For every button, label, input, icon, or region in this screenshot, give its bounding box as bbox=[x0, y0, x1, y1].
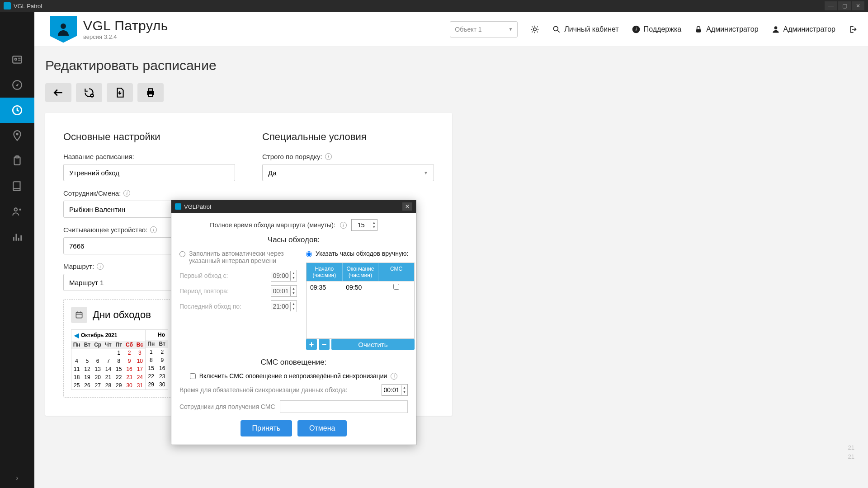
person-pin-icon bbox=[11, 206, 23, 217]
info-icon[interactable]: i bbox=[325, 153, 332, 160]
route-label: Маршрут: bbox=[63, 263, 94, 270]
radio-manual-label: Указать часы обходов вручную: bbox=[316, 250, 408, 257]
first-time-spinner: ▲▼ bbox=[271, 270, 297, 282]
back-button[interactable] bbox=[45, 83, 71, 102]
app-icon bbox=[175, 203, 181, 210]
maximize-button[interactable]: ▢ bbox=[838, 1, 851, 10]
minimize-button[interactable]: — bbox=[825, 1, 837, 10]
chevron-down-icon: ▼ bbox=[424, 170, 428, 175]
clear-button[interactable]: Очистить bbox=[331, 339, 415, 350]
sync-time-label: Время для обязательной синхронизации дан… bbox=[179, 386, 377, 394]
sidebar-item-book[interactable] bbox=[0, 174, 34, 199]
last-time-input bbox=[271, 303, 290, 310]
radio-manual[interactable]: Указать часы обходов вручную: bbox=[306, 250, 415, 257]
key-search-icon bbox=[552, 25, 561, 34]
book-icon bbox=[11, 180, 23, 192]
radio-auto[interactable]: Заполнить автоматически через указанный … bbox=[179, 250, 297, 264]
days-title: Дни обходов bbox=[93, 309, 151, 321]
last-time-spinner: ▲▼ bbox=[271, 300, 297, 312]
cancel-button[interactable]: Отмена bbox=[297, 420, 347, 436]
section-special-title: Специальные условия bbox=[262, 131, 434, 143]
remove-row-button[interactable]: − bbox=[319, 339, 330, 350]
cabinet-link[interactable]: Личный кабинет bbox=[552, 25, 618, 34]
info-icon[interactable]: i bbox=[340, 222, 347, 229]
spin-down-icon[interactable]: ▼ bbox=[371, 225, 377, 230]
clipboard-icon bbox=[11, 155, 23, 167]
info-icon[interactable]: i bbox=[97, 263, 104, 270]
printer-icon bbox=[145, 87, 156, 99]
sidebar-item-compass[interactable] bbox=[0, 72, 34, 98]
add-row-button[interactable]: + bbox=[306, 339, 317, 350]
sidebar-item-schedule[interactable] bbox=[0, 98, 34, 123]
first-label: Первый обход с: bbox=[179, 272, 228, 279]
info-icon[interactable]: i bbox=[123, 190, 130, 197]
info-icon[interactable]: i bbox=[391, 373, 397, 380]
object-selector[interactable]: Объект 1 ▼ bbox=[450, 21, 518, 38]
sidebar-item-marker[interactable] bbox=[0, 123, 34, 148]
hours-modal: VGLPatrol ✕ Полное время обхода маршрута… bbox=[171, 200, 416, 445]
calendar-month[interactable]: ◀Октябрь 2021 ПнВтСрЧтПтСбВс123456789101… bbox=[71, 329, 146, 390]
chevron-down-icon: ▼ bbox=[508, 27, 513, 32]
support-link[interactable]: i Поддержка bbox=[632, 25, 681, 34]
sidebar-item-tracking[interactable] bbox=[0, 199, 34, 224]
logout-icon bbox=[848, 25, 857, 34]
sidebar-item-clipboard[interactable] bbox=[0, 148, 34, 174]
logo: VGL Патруль версия 3.2.4 bbox=[50, 16, 168, 43]
save-button[interactable] bbox=[107, 83, 133, 102]
svg-point-10 bbox=[554, 26, 558, 31]
admin-label: Администратор bbox=[706, 25, 758, 33]
info-icon: i bbox=[632, 25, 641, 34]
sms-recipients-input[interactable] bbox=[280, 400, 408, 413]
accept-button[interactable]: Принять bbox=[241, 420, 292, 436]
arrow-left-icon bbox=[52, 87, 64, 99]
prev-month-icon[interactable]: ◀ bbox=[74, 332, 79, 339]
schedule-name-input[interactable]: Утренний обход bbox=[63, 164, 235, 181]
window-title: VGL Patrol bbox=[14, 3, 42, 9]
compass-icon bbox=[11, 79, 23, 91]
col-start: Начало (час:мин) bbox=[307, 263, 343, 281]
sms-section-title: СМС оповещение: bbox=[179, 358, 408, 367]
support-label: Поддержка bbox=[644, 25, 681, 33]
admin-link[interactable]: Администратор bbox=[694, 25, 758, 34]
total-time-input[interactable] bbox=[352, 221, 371, 229]
reset-button[interactable] bbox=[76, 83, 102, 102]
print-button[interactable] bbox=[137, 83, 164, 102]
sms-enable-checkbox[interactable]: Включить СМС оповещение о непроизведённо… bbox=[179, 372, 408, 380]
sidebar-item-card[interactable] bbox=[0, 47, 34, 72]
app-icon bbox=[4, 2, 11, 9]
close-button[interactable]: ✕ bbox=[852, 1, 864, 10]
settings-button[interactable] bbox=[530, 25, 539, 34]
spin-up-icon[interactable]: ▲ bbox=[371, 221, 377, 225]
app-header: VGL Патруль версия 3.2.4 Объект 1 ▼ Личн… bbox=[34, 12, 868, 47]
id-card-icon bbox=[11, 54, 23, 66]
sync-time-spinner[interactable]: ▲▼ bbox=[382, 384, 408, 396]
object-selector-value: Объект 1 bbox=[455, 26, 481, 33]
svg-rect-18 bbox=[149, 94, 153, 96]
svg-point-1 bbox=[15, 58, 17, 60]
info-icon[interactable]: i bbox=[150, 226, 157, 233]
total-time-spinner[interactable]: ▲▼ bbox=[351, 219, 377, 231]
logout-button[interactable] bbox=[848, 25, 857, 34]
strict-order-select[interactable]: Да▼ bbox=[262, 164, 434, 181]
cabinet-label: Личный кабинет bbox=[564, 25, 618, 33]
sms-recipients-label: Сотрудники для получения СМС bbox=[179, 403, 275, 410]
sidebar-expand[interactable]: › bbox=[0, 468, 34, 488]
first-time-input bbox=[271, 272, 290, 279]
modal-titlebar: VGLPatrol ✕ bbox=[171, 200, 416, 213]
toolbar bbox=[45, 83, 868, 102]
main-content: Редактировать расписание Основные настро… bbox=[34, 47, 868, 488]
sidebar-item-stats[interactable] bbox=[0, 224, 34, 249]
map-pin-icon bbox=[11, 130, 23, 141]
row-sms-checkbox[interactable] bbox=[393, 284, 399, 290]
col-end: Окончание (час:мин) bbox=[343, 263, 379, 281]
table-row[interactable]: 09:35 09:50 bbox=[307, 281, 414, 293]
section-main-title: Основные настройки bbox=[63, 131, 235, 143]
hours-table: Начало (час:мин) Окончание (час:мин) СМС… bbox=[306, 263, 415, 339]
period-input bbox=[271, 287, 290, 295]
file-down-icon bbox=[114, 87, 126, 99]
svg-rect-17 bbox=[149, 89, 153, 91]
sync-time-input[interactable] bbox=[382, 386, 401, 394]
user-link[interactable]: Администратор bbox=[771, 25, 835, 34]
modal-close-button[interactable]: ✕ bbox=[402, 202, 412, 211]
user-icon bbox=[771, 25, 780, 34]
